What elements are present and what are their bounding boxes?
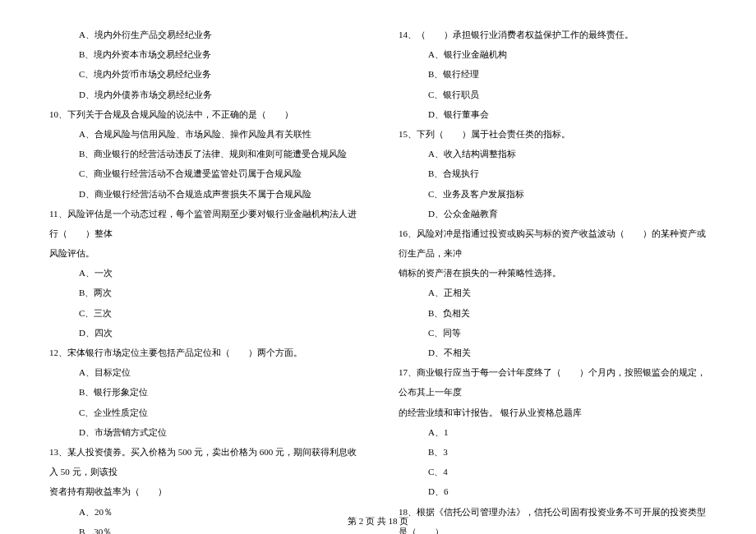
q11-text-line1: 11、风险评估是一个动态过程，每个监管周期至少要对银行业金融机构法人进行（ ）整… [49,204,357,243]
q14-option-c: C、银行职员 [399,85,707,104]
q9-option-b: B、境内外资本市场交易经纪业务 [49,44,357,64]
q16-option-c: C、同等 [399,323,707,343]
q12-text: 12、宋体银行市场定位主要包括产品定位和（ ）两个方面。 [49,343,357,362]
q10-option-a: A、合规风险与信用风险、市场风险、操作风险具有关联性 [49,124,357,144]
q11-option-c: C、三次 [49,303,357,323]
q17-text-line2: 的经营业绩和审计报告。 银行从业资格总题库 [399,403,707,422]
q17-option-a: A、1 [399,422,707,442]
q16-text-line1: 16、风险对冲是指通过投资或购买与标的资产收益波动（ ）的某种资产或衍生产品，来… [399,223,707,263]
q15-option-a: A、收入结构调整指标 [399,144,707,163]
q13-text-line2: 资者持有期收益率为（ ） [49,481,357,501]
q16-option-b: B、负相关 [399,303,707,323]
q17-option-c: C、4 [399,462,707,481]
q11-option-a: A、一次 [49,263,357,283]
q9-option-d: D、境内外债券市场交易经纪业务 [49,85,357,104]
q10-option-d: D、商业银行经营活动不合规造成声誉损失不属于合规风险 [49,184,357,204]
left-column: A、境内外衍生产品交易经纪业务 B、境内外资本市场交易经纪业务 C、境内外货币市… [49,25,357,493]
q14-option-d: D、银行董事会 [399,104,707,124]
q12-option-a: A、目标定位 [49,362,357,382]
q14-option-a: A、银行业金融机构 [399,44,707,64]
q16-text-line2: 销标的资产潜在损失的一种策略性选择。 [399,263,707,283]
q15-option-d: D、公众金融教育 [399,204,707,223]
q12-option-d: D、市场营销方式定位 [49,422,357,442]
q16-option-d: D、不相关 [399,343,707,362]
q17-text-line1: 17、商业银行应当于每一会计年度终了（ ）个月内，按照银监会的规定，公布其上一年… [399,362,707,402]
q15-option-c: C、业务及客户发展指标 [399,184,707,204]
q13-text-line1: 13、某人投资债券。买入价格为 500 元，卖出价格为 600 元，期间获得利息… [49,442,357,481]
q17-option-d: D、6 [399,481,707,501]
q10-text: 10、下列关于合规及合规风险的说法中，不正确的是（ ） [49,104,357,124]
q14-option-b: B、银行经理 [399,64,707,84]
q15-text: 15、下列（ ）属于社会责任类的指标。 [399,124,707,144]
q16-option-a: A、正相关 [399,283,707,302]
page-footer: 第 2 页 共 18 页 [0,515,756,527]
q14-text: 14、（ ）承担银行业消费者权益保护工作的最终责任。 [399,25,707,44]
right-column: 14、（ ）承担银行业消费者权益保护工作的最终责任。 A、银行业金融机构 B、银… [399,25,707,493]
q9-option-c: C、境内外货币市场交易经纪业务 [49,64,357,84]
q11-option-d: D、四次 [49,323,357,343]
q10-option-c: C、商业银行经营活动不合规遭受监管处罚属于合规风险 [49,163,357,183]
q11-option-b: B、两次 [49,283,357,302]
q9-option-a: A、境内外衍生产品交易经纪业务 [49,25,357,44]
q15-option-b: B、合规执行 [399,163,707,183]
q17-option-b: B、3 [399,442,707,462]
q12-option-c: C、企业性质定位 [49,403,357,422]
q11-text-line2: 风险评估。 [49,243,357,263]
q10-option-b: B、商业银行的经营活动违反了法律、规则和准则可能遭受合规风险 [49,144,357,163]
q12-option-b: B、银行形象定位 [49,382,357,402]
